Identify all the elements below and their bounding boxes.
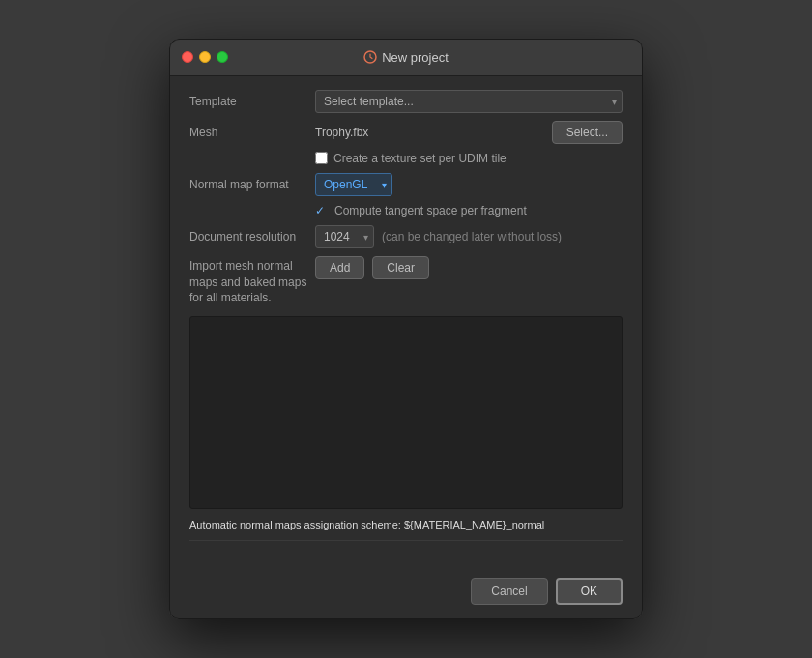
import-row: Import mesh normal maps and baked maps f… (189, 256, 623, 306)
maximize-button[interactable] (217, 51, 228, 63)
create-texture-set-row: Create a texture set per UDIM tile (315, 152, 623, 165)
checkmark-icon: ✓ (315, 204, 329, 217)
resolution-hint: (can be changed later without loss) (382, 230, 562, 243)
template-control: Select template... (315, 90, 623, 113)
normal-map-select-wrapper: OpenGL (315, 173, 392, 196)
mesh-label: Mesh (189, 126, 315, 139)
scheme-value: ${MATERIAL_NAME}_normal (404, 519, 544, 530)
minimize-button[interactable] (199, 51, 211, 63)
normal-map-select[interactable]: OpenGL (315, 173, 392, 196)
select-mesh-button[interactable]: Select... (552, 121, 623, 144)
template-select-wrapper: Select template... (315, 90, 623, 113)
template-select[interactable]: Select template... (315, 90, 623, 113)
new-project-dialog: New project Template Select template... … (169, 39, 643, 619)
normal-map-format-row: Normal map format OpenGL (189, 173, 623, 196)
mesh-control: Trophy.fbx Select... (315, 121, 623, 144)
import-label: Import mesh normal maps and baked maps f… (189, 258, 315, 306)
create-texture-set-label: Create a texture set per UDIM tile (334, 152, 507, 165)
template-row: Template Select template... (189, 90, 623, 113)
mesh-filename: Trophy.fbx (315, 126, 546, 139)
scheme-note: Automatic normal maps assignation scheme… (189, 519, 623, 541)
dialog-footer: Cancel OK (170, 568, 642, 618)
document-resolution-label: Document resolution (189, 230, 315, 243)
ok-button[interactable]: OK (556, 578, 623, 605)
title-bar: New project (170, 40, 642, 76)
scheme-note-text: Automatic normal maps assignation scheme… (189, 519, 401, 530)
compute-tangent-label: Compute tangent space per fragment (334, 204, 527, 217)
compute-tangent-row: ✓ Compute tangent space per fragment (315, 204, 623, 217)
map-list-area (189, 316, 623, 509)
traffic-lights (182, 51, 228, 63)
create-texture-set-checkbox[interactable] (315, 152, 328, 164)
cancel-button[interactable]: Cancel (471, 578, 547, 605)
document-resolution-row: Document resolution 1024 (can be changed… (189, 225, 623, 248)
normal-map-format-control: OpenGL (315, 173, 623, 196)
template-label: Template (189, 95, 315, 108)
mesh-row: Mesh Trophy.fbx Select... (189, 121, 623, 144)
import-buttons: Add Clear (315, 256, 429, 279)
resolution-select[interactable]: 1024 (315, 225, 374, 248)
close-button[interactable] (182, 51, 193, 63)
app-icon (363, 50, 377, 64)
dialog-body: Template Select template... Mesh Trophy.… (170, 76, 642, 568)
normal-map-format-label: Normal map format (189, 178, 315, 191)
clear-button[interactable]: Clear (372, 256, 429, 279)
resolution-select-wrapper: 1024 (315, 225, 374, 248)
add-button[interactable]: Add (315, 256, 364, 279)
dialog-window: New project Template Select template... … (169, 39, 643, 619)
dialog-title: New project (382, 50, 449, 65)
